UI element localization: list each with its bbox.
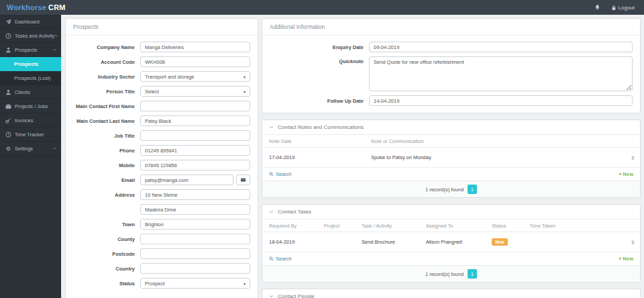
sidebar-item-label: Projects / Jobs — [15, 103, 48, 109]
note-cell: Spoke to Patsy on Monday — [364, 148, 624, 168]
county-input[interactable] — [140, 234, 250, 244]
person-icon — [5, 47, 11, 53]
chevron-down-icon: ▾ — [244, 281, 246, 286]
contact-tasks-header[interactable]: Contact Tasks — [262, 205, 640, 219]
last-name-input[interactable] — [140, 115, 250, 126]
address-line1-input[interactable] — [140, 189, 250, 200]
phone-input[interactable] — [140, 145, 250, 156]
contact-people-header[interactable]: Contact People — [262, 289, 640, 298]
status-badge: New — [492, 238, 507, 246]
briefcase-icon — [5, 103, 11, 109]
table-row[interactable]: 18-04-2019 Send Brochure Alison Prangnel… — [262, 232, 640, 252]
mobile-input[interactable] — [140, 160, 250, 170]
job-title-input[interactable] — [140, 130, 250, 141]
paper-plane-icon — [5, 19, 11, 25]
trash-icon — [631, 155, 635, 160]
sidebar-item-clients[interactable]: Clients — [0, 85, 61, 99]
search-icon — [269, 172, 274, 177]
section-title: Contact People — [278, 293, 315, 298]
panel-title: Additional Information — [262, 19, 640, 36]
prospects-form-panel: Prospects Company Name Account Code Indu… — [65, 18, 258, 298]
column-header: Task / Activity — [355, 219, 419, 232]
brand-secondary: CRM — [48, 3, 66, 11]
postcode-input[interactable] — [140, 248, 250, 259]
chevron-down-icon — [53, 48, 57, 52]
sidebar-item-dashboard[interactable]: Dashboard — [0, 15, 61, 29]
project-cell — [317, 232, 355, 252]
follow-up-date-input[interactable] — [369, 95, 633, 106]
industry-sector-select[interactable]: Transport and storage ▾ — [140, 71, 250, 82]
town-label: Town — [73, 221, 135, 228]
phone-label: Phone — [73, 148, 135, 154]
topbar: WorkhorseCRM Logout — [0, 0, 644, 15]
required-by-cell: 18-04-2019 — [262, 232, 317, 252]
tasks-search-link[interactable]: Search — [269, 256, 292, 262]
address-line2-input[interactable] — [140, 204, 250, 215]
person-title-label: Person Title — [73, 89, 135, 95]
send-email-button[interactable] — [236, 175, 250, 185]
sidebar-item-settings[interactable]: Settings — [0, 142, 61, 156]
bell-icon — [594, 4, 600, 11]
quicknote-textarea[interactable]: Send Quote for new office referbishment — [369, 56, 633, 91]
column-header: Project — [317, 219, 355, 232]
sidebar-item-invoices[interactable]: Invoices — [0, 113, 61, 128]
records-found-text: 1 record(s) found — [425, 187, 464, 193]
chevron-down-icon: ▾ — [244, 89, 246, 94]
search-icon — [269, 256, 274, 261]
chevron-down-icon — [269, 294, 274, 298]
table-row[interactable]: 17-04-2019 Spoke to Patsy on Monday — [262, 148, 640, 168]
contact-notes-header[interactable]: Contact Notes and Communications — [262, 120, 640, 135]
postcode-label: Postcode — [73, 251, 135, 257]
selected-value: Select — [145, 89, 159, 95]
town-input[interactable] — [140, 219, 250, 230]
additional-information-panel: Additional Information Enquiry Date Quic… — [262, 18, 641, 113]
sidebar-item-tasks-and-activity[interactable]: Tasks and Activity — [0, 29, 61, 43]
notes-pagination: 1 record(s) found 1 — [262, 181, 640, 197]
notifications-button[interactable] — [594, 4, 600, 11]
sidebar-item-prospects[interactable]: Prospects — [0, 43, 61, 57]
enquiry-date-input[interactable] — [369, 42, 633, 52]
tasks-new-link[interactable]: + New — [619, 256, 633, 262]
sidebar-subitem-prospects[interactable]: Prospects — [0, 57, 61, 71]
sidebar-item-projects-jobs[interactable]: Projects / Jobs — [0, 99, 61, 113]
time-taken-cell — [523, 232, 624, 252]
account-code-input[interactable] — [140, 56, 250, 67]
notes-new-link[interactable]: + New — [619, 171, 633, 177]
page-button[interactable]: 1 — [468, 269, 477, 279]
sidebar-item-time-tracker[interactable]: Time Tracker — [0, 128, 61, 142]
person-icon — [5, 89, 11, 95]
follow-up-date-label: Follow Up Date — [270, 98, 364, 104]
company-name-input[interactable] — [140, 42, 250, 52]
notes-search-link[interactable]: Search — [269, 171, 292, 177]
sidebar-item-label: Prospects — [15, 47, 37, 53]
email-input[interactable] — [140, 175, 233, 185]
sidebar-subitem-prospects-lost[interactable]: Prospects (Lost) — [0, 71, 61, 85]
gear-icon — [5, 146, 11, 152]
delete-row-button[interactable] — [631, 237, 635, 247]
chevron-down-icon — [54, 34, 58, 38]
address-label: Address — [73, 192, 135, 198]
contact-tasks-table: Required By Project Task / Activity Assi… — [262, 219, 640, 252]
column-header: Note or Communication — [364, 135, 624, 148]
sidebar-item-label: Invoices — [15, 117, 34, 123]
delete-row-button[interactable] — [631, 152, 635, 162]
column-header: Note Date — [262, 135, 364, 148]
sidebar: Dashboard Tasks and Activity Prospects P… — [0, 15, 62, 298]
clock-icon — [5, 33, 11, 39]
page-button[interactable]: 1 — [468, 185, 477, 194]
section-title: Contact Tasks — [278, 209, 311, 215]
industry-sector-label: Industry Sector — [73, 74, 135, 80]
chevron-down-icon: ▾ — [244, 74, 246, 79]
section-title: Contact Notes and Communications — [278, 124, 364, 130]
status-label: Status — [73, 281, 135, 287]
person-title-select[interactable]: Select ▾ — [140, 86, 250, 97]
task-activity-cell: Send Brochure — [355, 232, 419, 252]
plus-icon: + — [619, 171, 621, 177]
sidebar-item-label: Prospects — [14, 61, 38, 67]
status-select[interactable]: Prospect ▾ — [140, 278, 250, 289]
country-input[interactable] — [140, 263, 250, 274]
main-content: Prospects Company Name Account Code Indu… — [62, 15, 644, 298]
first-name-input[interactable] — [140, 101, 250, 111]
logout-button[interactable]: Logout — [611, 5, 635, 11]
column-header: Required By — [262, 219, 317, 232]
